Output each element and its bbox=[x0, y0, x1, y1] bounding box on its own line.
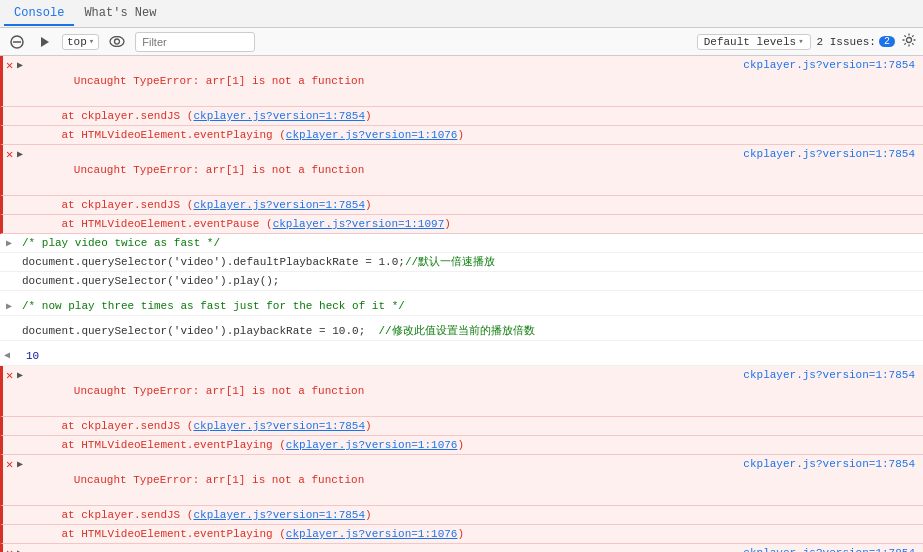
sub-error-text: at ckplayer.sendJS (ckplayer.js?version=… bbox=[35, 418, 923, 434]
log-subline: at HTMLVideoElement.eventPlaying (ckplay… bbox=[0, 525, 923, 544]
output-arrow-icon: ◀ bbox=[4, 348, 10, 364]
error-icon: ✕ bbox=[6, 147, 13, 163]
context-selector[interactable]: top ▾ bbox=[62, 34, 99, 50]
svg-point-3 bbox=[110, 36, 124, 46]
execute-button[interactable] bbox=[34, 33, 56, 51]
code-text: /* play video twice as fast */ bbox=[22, 235, 923, 251]
error-icon: ✕ bbox=[6, 457, 13, 473]
log-subline: at HTMLVideoElement.eventPlaying (ckplay… bbox=[0, 436, 923, 455]
code-arrow-icon: ▶ bbox=[6, 299, 12, 315]
sub-source-link[interactable]: ckplayer.js?version=1:1097 bbox=[273, 218, 445, 230]
sub-source-link[interactable]: ckplayer.js?version=1:1076 bbox=[286, 129, 458, 141]
context-value: top bbox=[67, 36, 87, 48]
context-arrow-icon: ▾ bbox=[89, 36, 94, 47]
code-text: document.querySelector('video').defaultP… bbox=[22, 254, 923, 270]
log-code-line: document.querySelector('video').defaultP… bbox=[0, 253, 923, 272]
tab-console[interactable]: Console bbox=[4, 2, 74, 26]
log-entry: ✕ ▶ Uncaught TypeError: arr[1] is not a … bbox=[0, 455, 923, 506]
log-output: ◀10 bbox=[0, 347, 923, 366]
error-message: Uncaught TypeError: arr[1] is not a func… bbox=[21, 146, 733, 194]
log-subline: at HTMLVideoElement.eventPause (ckplayer… bbox=[0, 215, 923, 234]
log-subline: at HTMLVideoElement.eventPlaying (ckplay… bbox=[0, 126, 923, 145]
log-code-line: document.querySelector('video').play(); bbox=[0, 272, 923, 291]
error-message: Uncaught TypeError: arr[1] is not a func… bbox=[21, 456, 733, 504]
error-message: Uncaught TypeError: arr[1] is not a func… bbox=[21, 545, 733, 552]
default-levels-label: Default levels bbox=[704, 36, 796, 48]
console-output: ✕ ▶ Uncaught TypeError: arr[1] is not a … bbox=[0, 56, 923, 552]
settings-button[interactable] bbox=[901, 32, 917, 52]
sub-error-text: at HTMLVideoElement.eventPlaying (ckplay… bbox=[35, 526, 923, 542]
filter-input[interactable] bbox=[135, 32, 255, 52]
log-subline: at ckplayer.sendJS (ckplayer.js?version=… bbox=[0, 417, 923, 436]
source-link[interactable]: ckplayer.js?version=1:7854 bbox=[743, 146, 923, 162]
tab-whats-new[interactable]: What's New bbox=[74, 2, 166, 26]
error-icon: ✕ bbox=[6, 368, 13, 384]
error-icon: ✕ bbox=[6, 58, 13, 74]
output-value: 10 bbox=[22, 348, 923, 364]
default-levels-dropdown[interactable]: Default levels ▾ bbox=[697, 34, 811, 50]
sub-error-text: at ckplayer.sendJS (ckplayer.js?version=… bbox=[35, 108, 923, 124]
error-message: Uncaught TypeError: arr[1] is not a func… bbox=[21, 367, 733, 415]
source-link[interactable]: ckplayer.js?version=1:7854 bbox=[743, 367, 923, 383]
svg-point-4 bbox=[115, 39, 120, 44]
sub-error-text: at HTMLVideoElement.eventPlaying (ckplay… bbox=[35, 127, 923, 143]
expand-arrow-icon[interactable]: ▶ bbox=[17, 546, 23, 552]
log-code-line: ▶/* play video twice as fast */ bbox=[0, 234, 923, 253]
sub-source-link[interactable]: ckplayer.js?version=1:7854 bbox=[193, 110, 365, 122]
issues-count: 2 bbox=[879, 36, 895, 47]
toolbar: top ▾ Default levels ▾ 2 Issues: 2 bbox=[0, 28, 923, 56]
source-link[interactable]: ckplayer.js?version=1:7854 bbox=[743, 545, 923, 552]
source-link[interactable]: ckplayer.js?version=1:7854 bbox=[743, 456, 923, 472]
default-levels-arrow-icon: ▾ bbox=[798, 36, 803, 47]
code-arrow-icon: ▶ bbox=[6, 236, 12, 252]
error-message: Uncaught TypeError: arr[1] is not a func… bbox=[21, 57, 733, 105]
expand-arrow-icon[interactable]: ▶ bbox=[17, 147, 23, 163]
log-entry: ✕ ▶ Uncaught TypeError: arr[1] is not a … bbox=[0, 56, 923, 107]
log-entry: ✕ ▶ Uncaught TypeError: arr[1] is not a … bbox=[0, 544, 923, 552]
code-text: /* now play three times as fast just for… bbox=[22, 298, 923, 314]
log-entry: ✕ ▶ Uncaught TypeError: arr[1] is not a … bbox=[0, 366, 923, 417]
sub-source-link[interactable]: ckplayer.js?version=1:7854 bbox=[193, 509, 365, 521]
sub-error-text: at HTMLVideoElement.eventPause (ckplayer… bbox=[35, 216, 923, 232]
log-code-line: document.querySelector('video').playback… bbox=[0, 322, 923, 341]
log-code-line: ▶/* now play three times as fast just fo… bbox=[0, 297, 923, 316]
expand-arrow-icon[interactable]: ▶ bbox=[17, 457, 23, 473]
code-text: document.querySelector('video').playback… bbox=[22, 323, 923, 339]
code-text: document.querySelector('video').play(); bbox=[22, 273, 923, 289]
svg-marker-2 bbox=[41, 37, 49, 47]
log-entry: ✕ ▶ Uncaught TypeError: arr[1] is not a … bbox=[0, 145, 923, 196]
log-subline: at ckplayer.sendJS (ckplayer.js?version=… bbox=[0, 196, 923, 215]
issues-label: 2 Issues: bbox=[817, 36, 876, 48]
sub-error-text: at ckplayer.sendJS (ckplayer.js?version=… bbox=[35, 197, 923, 213]
expand-arrow-icon[interactable]: ▶ bbox=[17, 58, 23, 74]
log-subline: at ckplayer.sendJS (ckplayer.js?version=… bbox=[0, 107, 923, 126]
source-link[interactable]: ckplayer.js?version=1:7854 bbox=[743, 57, 923, 73]
sub-error-text: at ckplayer.sendJS (ckplayer.js?version=… bbox=[35, 507, 923, 523]
clear-console-button[interactable] bbox=[6, 33, 28, 51]
expand-arrow-icon[interactable]: ▶ bbox=[17, 368, 23, 384]
tab-bar: Console What's New bbox=[0, 0, 923, 28]
issues-badge[interactable]: 2 Issues: 2 bbox=[817, 36, 895, 48]
log-subline: at ckplayer.sendJS (ckplayer.js?version=… bbox=[0, 506, 923, 525]
sub-error-text: at HTMLVideoElement.eventPlaying (ckplay… bbox=[35, 437, 923, 453]
sub-source-link[interactable]: ckplayer.js?version=1:7854 bbox=[193, 199, 365, 211]
sub-source-link[interactable]: ckplayer.js?version=1:1076 bbox=[286, 439, 458, 451]
svg-point-5 bbox=[907, 37, 912, 42]
error-icon: ✕ bbox=[6, 546, 13, 552]
sub-source-link[interactable]: ckplayer.js?version=1:1076 bbox=[286, 528, 458, 540]
eye-button[interactable] bbox=[105, 32, 129, 52]
sub-source-link[interactable]: ckplayer.js?version=1:7854 bbox=[193, 420, 365, 432]
